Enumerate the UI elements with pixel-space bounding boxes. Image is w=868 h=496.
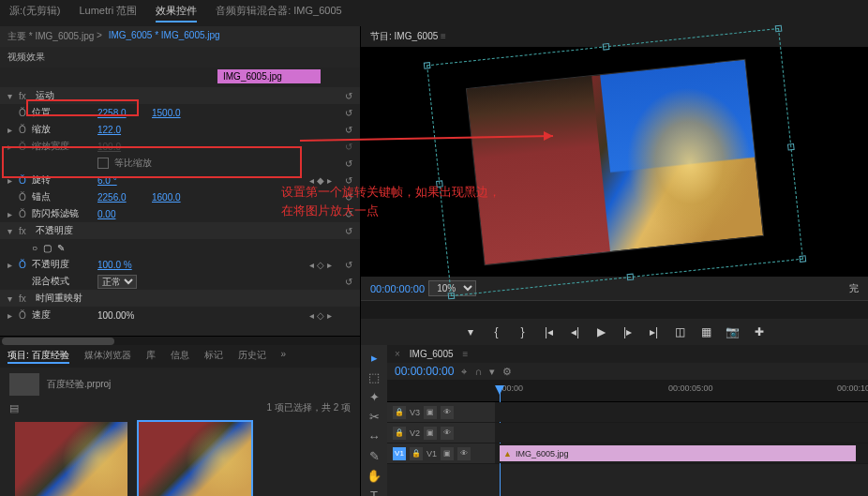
reset-scalew-icon[interactable]: ↺ — [345, 142, 352, 152]
reset-motion-icon[interactable]: ↺ — [345, 91, 352, 101]
tab-source[interactable]: 源:(无剪辑) — [9, 4, 60, 23]
track-v1-eye[interactable]: 👁 — [457, 447, 471, 460]
expand-motion[interactable]: ▾ — [7, 91, 19, 101]
settings-icon[interactable]: ⚙ — [502, 366, 512, 378]
linked-sel-icon[interactable]: ∩ — [474, 366, 482, 377]
anchor-x-value[interactable]: 2256.0 — [97, 192, 144, 203]
reset-opacity-icon[interactable]: ↺ — [345, 226, 352, 236]
speed-keyframe-nav[interactable]: ◂ ◇ ▸ — [309, 310, 332, 321]
mask-ellipse-icon[interactable]: ○ — [32, 243, 37, 253]
filter-bin-icon[interactable]: ▤ — [9, 402, 19, 414]
marker-icon[interactable]: ▾ — [489, 366, 495, 378]
extract-button[interactable]: ▦ — [696, 323, 717, 341]
program-tab[interactable]: 节目: IMG_6005 — [370, 31, 438, 41]
stopwatch-scalew-icon[interactable]: Ŏ — [19, 142, 32, 152]
position-x-value[interactable]: 2258.0 — [97, 108, 144, 118]
sequence-clip-label[interactable]: IMG_6005 * IMG_6005.jpg — [109, 30, 220, 43]
step-back-button[interactable]: ◂| — [565, 323, 586, 341]
rotation-value[interactable]: 6.0 ° — [97, 175, 144, 186]
settings-button[interactable]: ✚ — [749, 323, 770, 341]
tab-media-browser[interactable]: 媒体浏览器 — [84, 349, 131, 364]
stopwatch-position-icon[interactable]: Ŏ — [19, 108, 32, 118]
program-ruler[interactable] — [361, 300, 868, 319]
stopwatch-speed-icon[interactable]: Ŏ — [19, 310, 32, 321]
motion-label: 运动 — [36, 89, 101, 102]
track-v2-lock[interactable]: 🔒 — [393, 427, 406, 440]
blend-mode-select[interactable]: 正常 — [97, 275, 137, 289]
tab-markers[interactable]: 标记 — [204, 349, 223, 364]
antiflicker-value[interactable]: 0.00 — [97, 209, 144, 219]
track-v1-content[interactable]: ▲ IMG_6005.jpg — [495, 443, 868, 463]
snap-icon[interactable]: ⌖ — [461, 366, 467, 378]
reset-position-icon[interactable]: ↺ — [345, 108, 352, 118]
rotation-label: 旋转 — [32, 173, 97, 187]
mask-pen-icon[interactable]: ✎ — [57, 243, 65, 253]
tool-type-icon[interactable]: T — [370, 488, 378, 496]
tab-project[interactable]: 项目: 百度经验 — [7, 349, 69, 364]
opacity-value[interactable]: 100.0 % — [97, 260, 144, 270]
export-frame-button[interactable]: 📷 — [723, 323, 743, 341]
tab-library[interactable]: 库 — [146, 349, 156, 364]
fx-badge-motion[interactable]: fx — [19, 91, 36, 101]
stopwatch-scale-icon[interactable]: Ŏ — [19, 125, 32, 135]
mark-out-button[interactable]: } — [513, 323, 533, 341]
program-timecode[interactable]: 00:00:00:00 — [370, 283, 425, 294]
tool-slip-icon[interactable]: ↔ — [368, 429, 381, 443]
stopwatch-opacity-icon[interactable]: Ŏ — [19, 260, 32, 270]
add-marker-button[interactable]: ▾ — [460, 323, 481, 341]
tab-audio-mixer[interactable]: 音频剪辑混合器: IMG_6005 — [216, 4, 341, 23]
reset-opacityval-icon[interactable]: ↺ — [345, 260, 352, 270]
mask-rect-icon[interactable]: ▢ — [43, 243, 52, 253]
fx-badge-time[interactable]: fx — [19, 293, 36, 304]
position-y-value[interactable]: 1500.0 — [152, 108, 181, 118]
reset-uniform-icon[interactable]: ↺ — [345, 158, 352, 169]
track-v3-eye[interactable]: 👁 — [441, 406, 454, 419]
track-v1-lock[interactable]: 🔒 — [410, 447, 423, 460]
clip-timeline-bar[interactable]: IMG_6005.jpg — [217, 69, 321, 83]
tool-selection-icon[interactable]: ▸ — [371, 351, 378, 365]
anchor-y-value[interactable]: 1600.0 — [152, 192, 181, 203]
speed-value[interactable]: 100.00% — [97, 310, 134, 321]
timeline-timecode[interactable]: 00:00:00:00 — [395, 365, 454, 378]
reset-blend-icon[interactable]: ↺ — [345, 277, 352, 287]
tool-razor-icon[interactable]: ✂ — [369, 410, 380, 424]
timeline-ruler[interactable]: :00:00 00:00:05:00 00:00:10:00 — [387, 380, 868, 402]
step-fwd-button[interactable]: |▸ — [618, 323, 638, 341]
sequence-tab[interactable]: IMG_6005 — [410, 349, 454, 359]
scale-value[interactable]: 122.0 — [97, 125, 144, 135]
track-v3-lock[interactable]: 🔒 — [393, 406, 406, 419]
tool-pen-icon[interactable]: ✎ — [369, 449, 380, 463]
tab-info[interactable]: 信息 — [171, 349, 189, 364]
tool-hand-icon[interactable]: ✋ — [367, 469, 382, 483]
track-v2-eye[interactable]: 👁 — [441, 427, 454, 440]
tab-lumetri[interactable]: Lumetri 范围 — [79, 4, 137, 23]
stopwatch-rotation-icon[interactable]: Ŏ — [19, 175, 32, 186]
uniform-scale-checkbox[interactable] — [97, 158, 109, 169]
tabs-overflow-icon[interactable]: » — [281, 349, 287, 364]
fx-badge-opacity[interactable]: fx — [19, 226, 36, 236]
track-v2-toggle[interactable]: ▣ — [424, 427, 437, 440]
lift-button[interactable]: ◫ — [670, 323, 691, 341]
track-v1-target[interactable]: V1 — [393, 447, 406, 460]
tool-track-select-icon[interactable]: ⬚ — [368, 370, 380, 384]
opacity-keyframe-nav[interactable]: ◂ ◇ ▸ — [309, 260, 332, 270]
project-item-1[interactable]: IMG_6005.jpg5:00 — [15, 422, 127, 496]
stopwatch-anchor-icon[interactable]: Ŏ — [19, 192, 32, 203]
program-monitor[interactable] — [361, 47, 868, 277]
stopwatch-antiflicker-icon[interactable]: Ŏ — [19, 209, 32, 219]
reset-scale-icon[interactable]: ↺ — [345, 125, 352, 135]
play-button[interactable]: ▶ — [591, 323, 612, 341]
tab-effect-controls[interactable]: 效果控件 — [156, 4, 197, 23]
tool-ripple-icon[interactable]: ✦ — [369, 390, 380, 404]
mark-in-button[interactable]: { — [486, 323, 507, 341]
go-out-button[interactable]: ▸| — [644, 323, 665, 341]
track-v3-content[interactable] — [495, 402, 868, 422]
go-in-button[interactable]: |◂ — [539, 323, 560, 341]
tab-history[interactable]: 历史记 — [238, 349, 266, 364]
track-v3-toggle[interactable]: ▣ — [424, 406, 437, 419]
project-item-2[interactable]: IMG_60055:00 — [139, 422, 251, 496]
timeline-clip[interactable]: ▲ IMG_6005.jpg — [500, 445, 856, 461]
track-v1-toggle[interactable]: ▣ — [441, 447, 454, 460]
track-v2-content[interactable] — [495, 423, 868, 443]
effect-scrollbar[interactable] — [0, 336, 360, 345]
